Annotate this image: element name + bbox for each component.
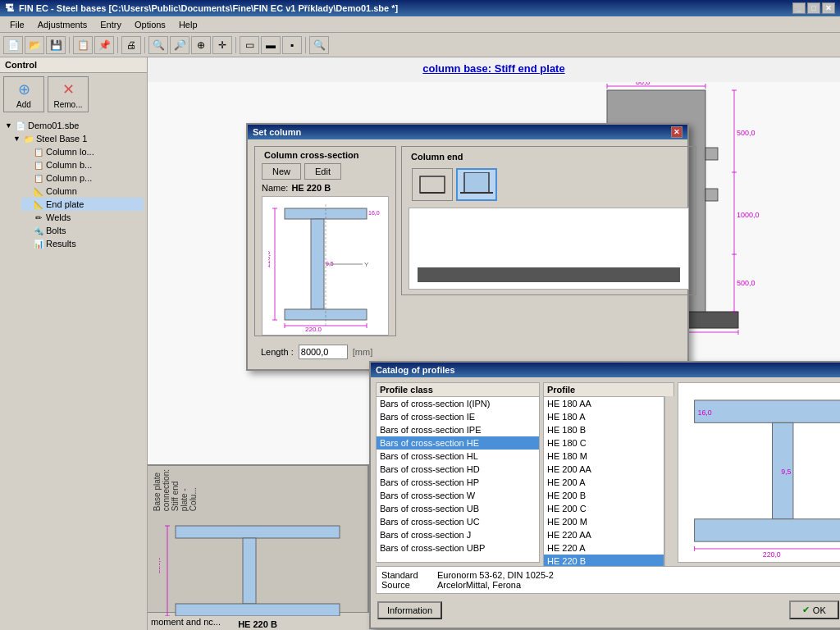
list-item-w[interactable]: Bars of cross-section W: [377, 489, 539, 502]
list-item-hd[interactable]: Bars of cross-section HD: [377, 463, 539, 476]
catalog-footer: Information ✔ OK ✖ Cancel: [376, 597, 840, 623]
left-panel: Control ⊕ Add ✕ Remo... ▼ 📄 Demo01.sbe ▼…: [0, 57, 148, 630]
profile-item-3[interactable]: HE 180 C: [544, 436, 664, 450]
profile-item-1[interactable]: HE 180 A: [544, 410, 664, 423]
list-item-hp[interactable]: Bars of cross-section HP: [377, 476, 539, 489]
tree-expand-root[interactable]: ▼: [5, 121, 13, 130]
cursor-button[interactable]: ✛: [212, 36, 232, 54]
zoom-fit-button[interactable]: ⊕: [191, 36, 211, 54]
tree-item-column-p[interactable]: 📋 Column p...: [21, 171, 144, 185]
profile-item-8[interactable]: HE 200 C: [544, 502, 664, 515]
column-end-type1-button[interactable]: [412, 168, 453, 201]
profile-item-4[interactable]: HE 180 M: [544, 450, 664, 463]
tree-item-root[interactable]: ▼ 📄 Demo01.sbe: [3, 119, 144, 132]
bottom-profile-label: 220,0: [148, 514, 368, 619]
view-button-2[interactable]: ▬: [261, 36, 281, 54]
print-button[interactable]: 🖨: [121, 36, 141, 54]
close-window-button[interactable]: ✕: [822, 2, 835, 14]
new-file-button[interactable]: 📄: [3, 36, 23, 54]
menu-options[interactable]: Options: [128, 18, 172, 31]
profile-item-10[interactable]: HE 220 AA: [544, 528, 664, 541]
tree-item-bolts[interactable]: 🔩 Bolts: [21, 224, 144, 237]
tree-item-column[interactable]: 📐 Column: [21, 185, 144, 198]
view-button-3[interactable]: ▪: [282, 36, 302, 54]
profile-item-7[interactable]: HE 200 B: [544, 489, 664, 502]
svg-text:9,5: 9,5: [326, 261, 334, 267]
set-column-content: Column cross-section New Edit Name: HE 2…: [248, 139, 687, 369]
tree-item-steel-base[interactable]: ▼ 📁 Steel Base 1: [11, 132, 144, 145]
catalog-title: Catalog of profiles: [376, 365, 455, 375]
view-button-1[interactable]: ▭: [240, 36, 259, 54]
svg-rect-22: [705, 189, 718, 201]
profile-class-list[interactable]: Bars of cross-section I(IPN) Bars of cro…: [376, 396, 540, 563]
save-button[interactable]: 💾: [46, 36, 66, 54]
profile-item-5[interactable]: HE 200 AA: [544, 463, 664, 476]
information-button[interactable]: Information: [377, 601, 442, 619]
profile-item-6[interactable]: HE 200 A: [544, 476, 664, 489]
tree-item-endplate[interactable]: 📐 End plate: [21, 198, 144, 211]
menu-file[interactable]: File: [3, 18, 31, 31]
zoom-in-button[interactable]: 🔍: [148, 36, 168, 54]
tree-item-welds[interactable]: ✏ Welds: [21, 211, 144, 224]
catalog-content: Profile class Bars of cross-section I(IP…: [371, 377, 840, 628]
ok-button[interactable]: ✔ OK: [789, 600, 839, 619]
ibeam-preview: 220,0 220,0 16,0 9,5: [262, 196, 389, 336]
profile-scrollbar[interactable]: [664, 396, 674, 582]
remove-button[interactable]: ✕ Remo...: [48, 76, 89, 112]
length-input[interactable]: [299, 345, 348, 359]
profile-list-container: HE 180 AA HE 180 A HE 180 B HE 180 C HE …: [543, 396, 674, 582]
tree-item-column-lo[interactable]: 📋 Column lo...: [21, 145, 144, 158]
remove-icon: ✕: [62, 80, 75, 98]
list-item-ipn[interactable]: Bars of cross-section I(IPN): [377, 397, 539, 410]
zoom-window-button[interactable]: 🔍: [309, 36, 329, 54]
col-end-icon-1: [416, 172, 449, 197]
profile-preview-panel: 220,0 9,5 16,0 220,0: [678, 382, 840, 563]
tree-label-welds: Welds: [46, 212, 71, 222]
toolbar: 📄 📂 💾 📋 📌 🖨 🔍 🔎 ⊕ ✛ ▭ ▬ ▪ 🔍: [0, 33, 840, 57]
title-bar-left: 🏗 FIN EC - Steel bases [C:\Users\Public\…: [5, 3, 398, 13]
column-end-type2-button[interactable]: [456, 168, 497, 201]
profile-item-9[interactable]: HE 200 M: [544, 515, 664, 528]
toolbar-separator-1: [69, 37, 70, 53]
add-button[interactable]: ⊕ Add: [3, 76, 44, 112]
list-item-ubp[interactable]: Bars of cross-section UBP: [377, 541, 539, 555]
svg-text:1000,0: 1000,0: [737, 211, 760, 219]
list-item-j[interactable]: Bars of cross-section J: [377, 528, 539, 541]
copy-button[interactable]: 📋: [73, 36, 93, 54]
menu-help[interactable]: Help: [172, 18, 204, 31]
profile-item-0[interactable]: HE 180 AA: [544, 397, 664, 410]
list-item-uc[interactable]: Bars of cross-section UC: [377, 515, 539, 528]
title-bar-right: _ □ ✕: [792, 2, 835, 14]
tree-item-column-b[interactable]: 📋 Column b...: [21, 158, 144, 171]
bottom-panel-label: Base plate connection: Stiff end plate -…: [148, 466, 368, 514]
col-end-preview-svg: [409, 210, 688, 288]
set-column-close-button[interactable]: ✕: [671, 126, 682, 138]
info-source-row: Source ArcelorMittal, Ferona: [381, 580, 840, 590]
list-item-hl[interactable]: Bars of cross-section HL: [377, 450, 539, 463]
svg-rect-63: [418, 267, 680, 282]
menu-entry[interactable]: Entry: [94, 18, 128, 31]
svg-rect-77: [176, 526, 340, 538]
profile-item-2[interactable]: HE 180 B: [544, 423, 664, 436]
tree-spacer-4: [23, 187, 31, 195]
list-item-ipe[interactable]: Bars of cross-section IPE: [377, 423, 539, 436]
tree-expand-steel[interactable]: ▼: [13, 135, 21, 143]
catalog-footer-right: ✔ OK ✖ Cancel: [789, 600, 840, 619]
profile-item-11[interactable]: HE 220 A: [544, 541, 664, 555]
svg-text:220,0: 220,0: [763, 550, 781, 559]
maximize-button[interactable]: □: [807, 2, 820, 14]
tree-label-column: Column: [46, 186, 77, 196]
list-item-ub[interactable]: Bars of cross-section UB: [377, 502, 539, 515]
minimize-button[interactable]: _: [792, 2, 806, 14]
tree-item-results[interactable]: 📊 Results: [21, 237, 144, 250]
open-button[interactable]: 📂: [25, 36, 44, 54]
menu-adjustments[interactable]: Adjustments: [31, 18, 94, 31]
new-cross-section-button[interactable]: New: [262, 163, 301, 180]
zoom-out-button[interactable]: 🔎: [170, 36, 189, 54]
list-item-ie[interactable]: Bars of cross-section IE: [377, 410, 539, 423]
paste-button[interactable]: 📌: [94, 36, 114, 54]
svg-rect-45: [285, 309, 367, 320]
profile-list[interactable]: HE 180 AA HE 180 A HE 180 B HE 180 C HE …: [543, 396, 664, 582]
edit-cross-section-button[interactable]: Edit: [304, 163, 341, 180]
list-item-he[interactable]: Bars of cross-section HE: [377, 436, 539, 450]
